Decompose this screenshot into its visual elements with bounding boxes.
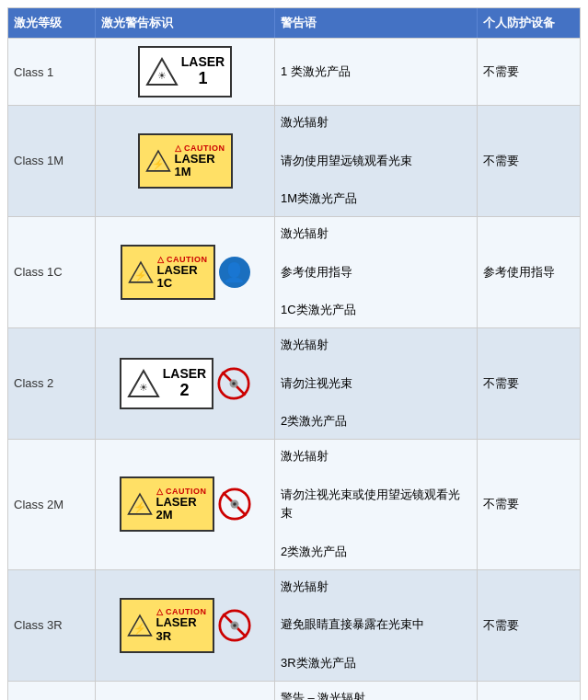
- sign-cell: ⚡ △ CAUTION LASER 2M: [96, 440, 275, 569]
- svg-text:⚡: ⚡: [134, 269, 147, 281]
- caution-triangle-icon: ⚡: [127, 492, 153, 516]
- table-row: Class 1C ⚡ △ CAUTION LASER 1C: [8, 216, 580, 327]
- protect-cell: 防护眼镜，防护手套，防护服等: [478, 682, 588, 700]
- svg-point-23: [233, 624, 236, 627]
- class-label: Class 3R: [8, 570, 96, 681]
- warning-cell: 警告 – 激光辐射 避免暴露在光束中 3B类激光产品: [275, 682, 478, 700]
- no-stare-icon: [218, 488, 251, 521]
- svg-text:☀: ☀: [157, 70, 167, 81]
- laser-hazard-icon: ☀: [127, 369, 160, 398]
- header-class: 激光等级: [8, 8, 96, 38]
- warning-cell: 激光辐射 请勿注视光束或使用望远镜观看光束 2类激光产品: [275, 440, 478, 569]
- table-header: 激光等级 激光警告标识 警告语 个人防护设备: [8, 8, 580, 38]
- protect-cell: 不需要: [478, 328, 588, 439]
- laser-sign-class1m: ⚡ △ CAUTION LASER 1M: [138, 133, 233, 189]
- svg-text:⚡: ⚡: [133, 622, 146, 635]
- svg-point-17: [233, 503, 236, 507]
- no-stare-icon: [217, 367, 250, 400]
- caution-triangle-icon: ⚡: [128, 260, 154, 284]
- class-label: Class 2M: [8, 440, 96, 569]
- class-label: Class 3B: [8, 682, 96, 700]
- protect-cell: 不需要: [478, 440, 588, 569]
- header-warning: 警告语: [275, 8, 478, 38]
- table-row: Class 2 ☀ LASER 2: [8, 327, 580, 439]
- header-protect: 个人防护设备: [478, 8, 588, 38]
- no-stare-icon: [218, 609, 251, 642]
- caution-triangle-icon: ⚡: [127, 614, 153, 637]
- laser-table: 激光等级 激光警告标识 警告语 个人防护设备 Class 1 ☀ LASER 1…: [7, 7, 581, 700]
- laser-sign-class2m: ⚡ △ CAUTION LASER 2M: [120, 476, 214, 532]
- warning-cell: 1 类激光产品: [275, 39, 478, 105]
- table-row: Class 2M ⚡ △ CAUTION LASER 2M: [8, 439, 580, 569]
- svg-point-11: [232, 382, 236, 385]
- class-label: Class 1M: [8, 106, 96, 216]
- laser-sign-class1: ☀ LASER 1: [138, 46, 232, 98]
- sign-cell: ⚡ △ CAUTION LASER 1C 👤: [96, 217, 275, 327]
- table-row: Class 1 ☀ LASER 1 1 类激光产品 不需要: [8, 38, 580, 105]
- warning-cell: 激光辐射 请勿使用望远镜观看光束 1M类激光产品: [275, 106, 478, 216]
- sign-cell: ⚡ △ CAUTION LASER 1M: [96, 106, 275, 216]
- caution-triangle-icon: ⚡: [145, 149, 171, 173]
- table-row: Class 1M ⚡ △ CAUTION LASER 1M 激光辐射 请: [8, 105, 580, 216]
- mandatory-icon: 👤: [219, 257, 250, 288]
- sign-cell: ⚡ △ WARNING LASER 3B: [96, 682, 275, 700]
- protect-cell: 不需要: [478, 106, 588, 216]
- laser-sign-class2: ☀ LASER 2: [120, 358, 213, 409]
- class-label: Class 1C: [8, 217, 96, 327]
- sign-cell: ⚡ △ CAUTION LASER 3R: [96, 570, 275, 681]
- svg-text:⚡: ⚡: [152, 157, 165, 170]
- warning-cell: 激光辐射 请勿注视光束 2类激光产品: [275, 328, 478, 439]
- class-label: Class 2: [8, 328, 96, 439]
- warning-cell: 激光辐射 避免眼睛直接暴露在光束中 3R类激光产品: [275, 570, 478, 681]
- protect-cell: 参考使用指导: [478, 217, 588, 327]
- header-sign: 激光警告标识: [96, 8, 275, 38]
- table-row: Class 3R ⚡ △ CAUTION LASER 3R: [8, 569, 580, 681]
- svg-text:☀: ☀: [139, 382, 148, 393]
- sign-cell: ☀ LASER 1: [96, 39, 275, 105]
- svg-text:⚡: ⚡: [133, 500, 146, 513]
- protect-cell: 不需要: [478, 39, 588, 105]
- class-label: Class 1: [8, 39, 96, 105]
- protect-cell: 不需要: [478, 570, 588, 681]
- laser-sign-class3r: ⚡ △ CAUTION LASER 3R: [120, 598, 214, 653]
- sign-cell: ☀ LASER 2: [96, 328, 275, 439]
- table-row: Class 3B ⚡ △ WARNING LASER 3B: [8, 681, 580, 700]
- laser-hazard-icon: ☀: [145, 57, 179, 86]
- warning-cell: 激光辐射 参考使用指导 1C类激光产品: [275, 217, 478, 327]
- laser-sign-class1c: ⚡ △ CAUTION LASER 1C: [121, 245, 215, 300]
